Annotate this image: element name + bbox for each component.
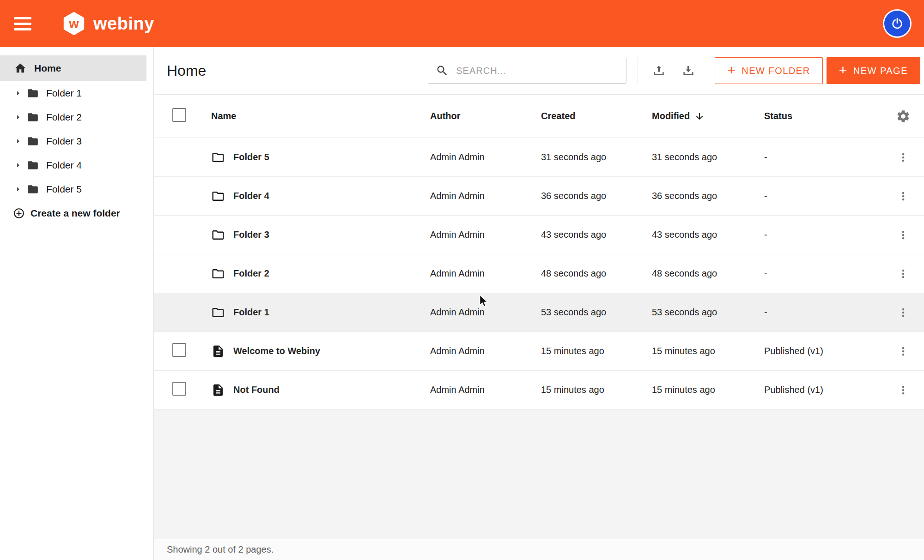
chevron-right-icon[interactable] xyxy=(13,160,23,170)
kebab-menu-icon[interactable] xyxy=(897,306,910,319)
row-created: 15 minutes ago xyxy=(541,385,652,395)
row-status: - xyxy=(764,229,882,240)
sidebar-folder-item[interactable]: Folder 3 xyxy=(0,129,153,153)
row-author: Admin Admin xyxy=(430,229,541,240)
power-icon xyxy=(891,17,904,30)
column-header-author[interactable]: Author xyxy=(430,111,541,121)
column-header-name[interactable]: Name xyxy=(211,111,430,121)
main-content: Home xyxy=(154,47,924,560)
column-header-status[interactable]: Status xyxy=(764,111,882,121)
row-modified: 36 seconds ago xyxy=(652,191,764,201)
brand[interactable]: w webiny xyxy=(62,12,154,36)
main-header: Home xyxy=(154,47,924,95)
sidebar-folder-label: Folder 5 xyxy=(46,184,82,195)
table-row[interactable]: Folder 1 Admin Admin 53 seconds ago 53 s… xyxy=(154,293,924,332)
row-name[interactable]: Folder 1 xyxy=(233,307,269,318)
sidebar: Home Folder 1 Folder 2 Folder 3 xyxy=(0,47,154,560)
row-status: Published (v1) xyxy=(764,346,882,356)
sidebar-folder-item[interactable]: Folder 1 xyxy=(0,81,153,105)
row-name[interactable]: Folder 2 xyxy=(233,268,269,279)
sidebar-folder-item[interactable]: Folder 4 xyxy=(0,153,153,177)
row-status: - xyxy=(764,152,882,163)
search-icon xyxy=(436,64,449,77)
hamburger-menu-icon[interactable] xyxy=(14,15,34,32)
new-folder-button[interactable]: + NEW FOLDER xyxy=(715,57,822,84)
row-name[interactable]: Folder 4 xyxy=(233,191,269,201)
page-icon xyxy=(211,344,225,358)
sidebar-item-home[interactable]: Home xyxy=(0,55,146,81)
import-export-group xyxy=(638,57,709,84)
row-created: 53 seconds ago xyxy=(541,307,652,318)
table-row[interactable]: Welcome to Webiny Admin Admin 15 minutes… xyxy=(154,332,924,371)
row-checkbox[interactable] xyxy=(172,382,186,396)
kebab-menu-icon[interactable] xyxy=(897,229,910,241)
row-checkbox[interactable] xyxy=(172,343,186,357)
create-folder-button[interactable]: Create a new folder xyxy=(0,201,153,225)
row-modified: 48 seconds ago xyxy=(652,268,764,279)
select-all-checkbox[interactable] xyxy=(172,108,186,122)
chevron-right-icon[interactable] xyxy=(13,88,23,98)
kebab-menu-icon[interactable] xyxy=(897,384,910,397)
sidebar-folder-label: Folder 3 xyxy=(46,136,82,147)
row-name[interactable]: Folder 5 xyxy=(233,152,269,163)
row-modified: 53 seconds ago xyxy=(652,307,764,318)
folder-icon xyxy=(27,87,39,99)
search-box[interactable] xyxy=(428,58,626,84)
row-status: Published (v1) xyxy=(764,385,882,395)
row-created: 48 seconds ago xyxy=(541,268,652,279)
row-name[interactable]: Welcome to Webiny xyxy=(233,346,320,356)
sidebar-folder-label: Folder 2 xyxy=(46,112,82,123)
folder-icon xyxy=(211,151,225,164)
row-created: 15 minutes ago xyxy=(541,346,652,356)
sort-descending-icon xyxy=(694,111,705,121)
row-modified: 31 seconds ago xyxy=(652,152,764,163)
row-author: Admin Admin xyxy=(430,307,541,318)
brand-wordmark: webiny xyxy=(93,15,154,32)
row-status: - xyxy=(764,191,882,201)
table-body: Folder 5 Admin Admin 31 seconds ago 31 s… xyxy=(154,138,924,409)
folder-icon xyxy=(27,111,39,123)
chevron-right-icon[interactable] xyxy=(13,112,23,122)
pagination-status: Showing 2 out of 2 pages. xyxy=(154,539,924,560)
download-button[interactable] xyxy=(681,64,695,78)
folder-icon xyxy=(211,189,225,203)
table-row[interactable]: Folder 4 Admin Admin 36 seconds ago 36 s… xyxy=(154,177,924,216)
folder-icon xyxy=(211,267,225,281)
sidebar-folder-item[interactable]: Folder 2 xyxy=(0,105,153,129)
page-title: Home xyxy=(167,62,206,79)
page-icon xyxy=(211,383,225,397)
chevron-right-icon[interactable] xyxy=(13,184,23,194)
row-name[interactable]: Folder 3 xyxy=(233,229,269,240)
new-folder-label: NEW FOLDER xyxy=(742,66,810,76)
row-author: Admin Admin xyxy=(430,346,541,356)
kebab-menu-icon[interactable] xyxy=(897,151,910,164)
table-row[interactable]: Folder 2 Admin Admin 48 seconds ago 48 s… xyxy=(154,254,924,293)
new-page-label: NEW PAGE xyxy=(853,66,908,76)
row-modified: 43 seconds ago xyxy=(652,229,764,240)
plus-icon: + xyxy=(839,63,848,77)
chevron-right-icon[interactable] xyxy=(13,136,23,146)
kebab-menu-icon[interactable] xyxy=(897,267,910,280)
search-input[interactable] xyxy=(455,65,619,77)
table-row[interactable]: Folder 3 Admin Admin 43 seconds ago 43 s… xyxy=(154,216,924,254)
table-row[interactable]: Folder 5 Admin Admin 31 seconds ago 31 s… xyxy=(154,138,924,177)
table-row[interactable]: Not Found Admin Admin 15 minutes ago 15 … xyxy=(154,371,924,409)
table-settings-button[interactable] xyxy=(882,109,924,124)
row-modified: 15 minutes ago xyxy=(652,385,764,395)
user-avatar[interactable] xyxy=(884,11,910,36)
sidebar-folder-item[interactable]: Folder 5 xyxy=(0,177,153,201)
gear-icon xyxy=(896,109,911,124)
row-status: - xyxy=(764,268,882,279)
header-actions: + NEW FOLDER + NEW PAGE xyxy=(715,57,920,84)
upload-button[interactable] xyxy=(652,64,666,78)
row-created: 36 seconds ago xyxy=(541,191,652,201)
folder-icon xyxy=(211,306,225,319)
sidebar-folder-list: Folder 1 Folder 2 Folder 3 Folder 4 xyxy=(0,81,153,201)
row-name[interactable]: Not Found xyxy=(233,385,280,395)
column-header-modified[interactable]: Modified xyxy=(652,111,764,121)
column-header-created[interactable]: Created xyxy=(541,111,652,121)
new-page-button[interactable]: + NEW PAGE xyxy=(827,57,920,84)
row-status: - xyxy=(764,307,882,318)
kebab-menu-icon[interactable] xyxy=(897,345,910,358)
kebab-menu-icon[interactable] xyxy=(897,190,910,203)
